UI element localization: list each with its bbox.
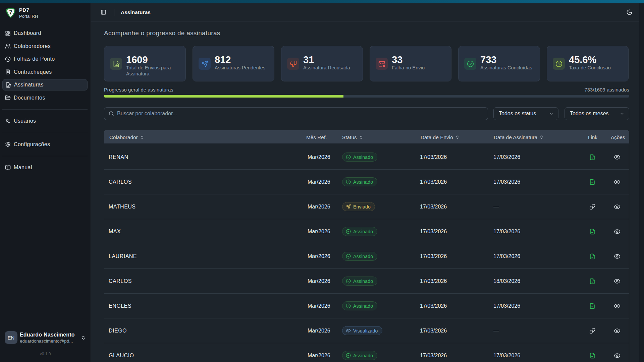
svg-text:7: 7	[9, 9, 12, 15]
